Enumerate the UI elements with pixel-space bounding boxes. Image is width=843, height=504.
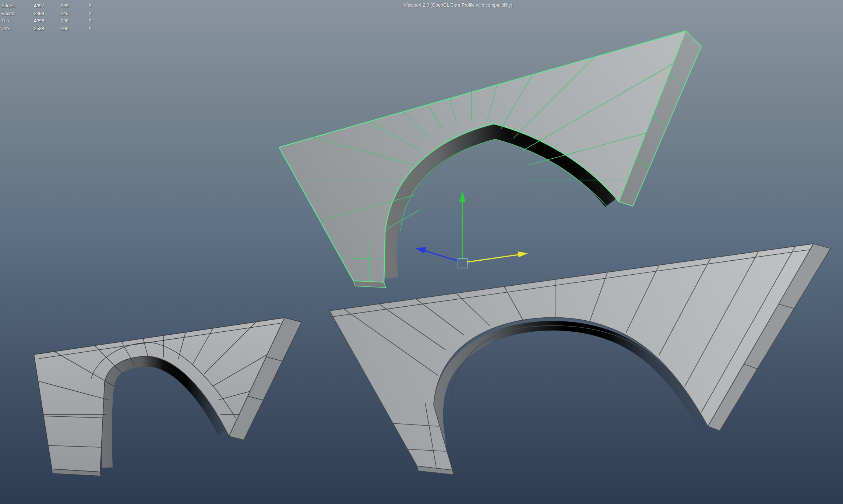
manipulator-x-axis-handle[interactable]	[467, 251, 528, 262]
hud-label: UVs:	[1, 25, 24, 33]
hud-value: 0	[68, 17, 91, 25]
hud-row-tris: Tris: 4996 288 0	[1, 17, 91, 25]
hud-value: 4997	[24, 2, 44, 10]
hud-value: 160	[44, 25, 68, 33]
hud-label: Faces:	[1, 10, 24, 18]
hud-value: 289	[44, 2, 68, 10]
manipulator-center-handle[interactable]	[458, 259, 467, 268]
hud-value: 2588	[24, 25, 44, 33]
z-axis-arrowhead	[415, 247, 426, 254]
hud-row-edges: Edges: 4997 289 0	[1, 2, 91, 10]
hud-value: 288	[44, 17, 68, 25]
mesh-front-face	[279, 31, 686, 282]
manipulator-y-axis-handle[interactable]	[459, 191, 465, 259]
hud-label: Tris:	[1, 17, 24, 25]
move-manipulator[interactable]	[415, 191, 528, 268]
hud-value: 145	[44, 10, 68, 18]
manipulator-z-axis-handle[interactable]	[415, 247, 458, 261]
hud-value: 0	[68, 25, 91, 33]
hud-label: Edges:	[1, 2, 24, 10]
hud-value: 2499	[24, 10, 44, 18]
mesh-arch-selected[interactable]	[279, 31, 701, 288]
hud-value: 0	[68, 10, 91, 18]
x-axis-arrowhead	[518, 251, 528, 257]
maya-3d-viewport[interactable]: Edges: 4997 289 0 Faces: 2499 145 0 Tris…	[0, 0, 843, 504]
hud-value: 0	[68, 2, 91, 10]
viewport-renderer-label: Viewport 2.0 (OpenGL Core Profile with c…	[403, 3, 512, 8]
mesh-arch-bottom-right[interactable]	[329, 244, 830, 475]
hud-row-uvs: UVs: 2588 160 0	[1, 25, 91, 33]
y-axis-arrowhead	[459, 191, 465, 202]
mesh-arch-bottom-left[interactable]	[34, 318, 301, 476]
mesh-front-face	[329, 244, 814, 470]
scene-canvas	[0, 0, 843, 504]
hud-row-faces: Faces: 2499 145 0	[1, 10, 91, 18]
polycount-hud: Edges: 4997 289 0 Faces: 2499 145 0 Tris…	[1, 2, 91, 32]
hud-value: 4996	[24, 17, 44, 25]
